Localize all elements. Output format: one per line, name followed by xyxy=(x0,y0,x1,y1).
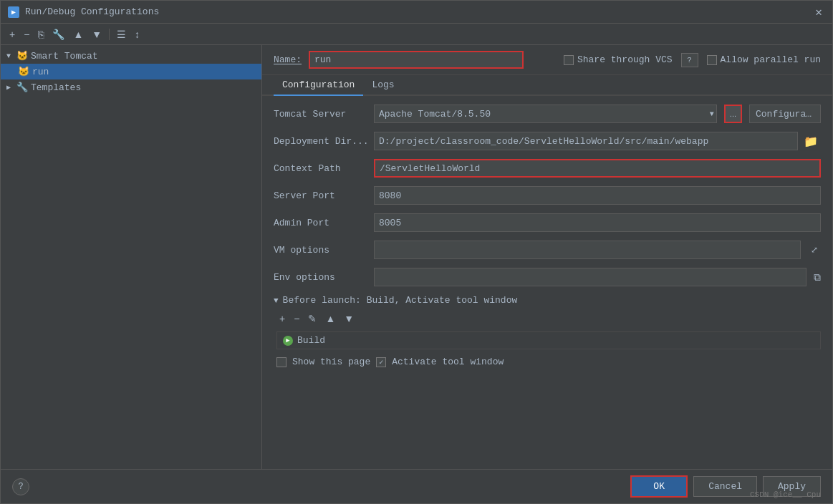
vcs-row: Share through VCS ? Allow parallel run xyxy=(564,53,821,67)
activate-tool-window-label: Activate tool window xyxy=(392,357,504,367)
show-page-label: Show this page xyxy=(292,357,370,367)
copy-config-button[interactable]: ⎘ xyxy=(35,27,47,42)
share-vcs-label: Share through VCS xyxy=(577,54,673,65)
smart-tomcat-icon: 🐱 xyxy=(16,50,28,62)
tabs-row: Configuration Logs xyxy=(262,75,832,96)
close-button[interactable]: ✕ xyxy=(812,5,825,19)
configure-button[interactable]: Configura... xyxy=(749,105,821,123)
tree-item-smart-tomcat[interactable]: ▼ 🐱 Smart Tomcat xyxy=(1,48,261,64)
before-launch-down-button[interactable]: ▼ xyxy=(341,311,357,326)
vm-options-expand-button[interactable]: ⤢ xyxy=(808,245,821,255)
server-port-row: Server Port xyxy=(274,186,821,205)
show-page-checkbox[interactable] xyxy=(276,357,287,367)
parallel-run-checkbox[interactable] xyxy=(707,55,717,65)
env-options-row: Env options ⧉ xyxy=(274,268,821,286)
run-icon: 🐱 xyxy=(18,66,29,77)
templates-label: Templates xyxy=(31,82,81,93)
smart-tomcat-label: Smart Tomcat xyxy=(31,51,98,62)
before-launch-section: ▼ Before launch: Build, Activate tool wi… xyxy=(274,295,821,367)
config-panel: Tomcat Server Apache Tomcat/8.5.50 ▼ ...… xyxy=(262,96,832,469)
settings-config-button[interactable]: 🔧 xyxy=(49,27,67,42)
admin-port-input[interactable] xyxy=(374,213,821,232)
vm-options-input[interactable] xyxy=(374,241,801,259)
parallel-run-label: Allow parallel run xyxy=(721,54,821,65)
tomcat-dots-button[interactable]: ... xyxy=(724,105,742,123)
build-icon: ▶ xyxy=(283,336,293,346)
tomcat-server-label: Tomcat Server xyxy=(274,109,367,120)
remove-config-button[interactable]: − xyxy=(21,27,32,42)
deployment-dir-folder-button[interactable]: 📁 xyxy=(801,135,821,148)
before-launch-label: Before launch: Build, Activate tool wind… xyxy=(283,295,518,306)
title-bar-left: ▶ Run/Debug Configurations xyxy=(8,6,159,18)
toolbar-separator xyxy=(109,29,110,40)
tab-configuration[interactable]: Configuration xyxy=(274,75,363,96)
activate-tool-window-checkbox[interactable] xyxy=(376,357,386,367)
env-options-label: Env options xyxy=(274,272,367,283)
vm-options-label: VM options xyxy=(274,245,367,256)
deployment-dir-input-row: 📁 xyxy=(374,132,821,150)
vcs-help-button[interactable]: ? xyxy=(681,53,698,67)
admin-port-label: Admin Port xyxy=(274,218,367,228)
context-path-row: Context Path xyxy=(274,159,821,178)
wrench-icon: 🔧 xyxy=(16,82,28,93)
deployment-dir-row: Deployment Dir... 📁 xyxy=(274,132,821,150)
add-config-button[interactable]: + xyxy=(6,27,18,42)
before-launch-header: ▼ Before launch: Build, Activate tool wi… xyxy=(274,295,821,306)
before-launch-tools: + − ✎ ▲ ▼ xyxy=(274,311,821,326)
before-launch-collapse-icon[interactable]: ▼ xyxy=(274,296,279,305)
share-vcs-checkbox[interactable] xyxy=(564,55,574,65)
move-down-config-button[interactable]: ▼ xyxy=(89,27,105,42)
run-label: run xyxy=(32,67,49,77)
tree-item-run[interactable]: 🐱 run xyxy=(1,64,261,79)
bottom-bar: ? OK Cancel Apply xyxy=(1,469,832,503)
config-tree: ▼ 🐱 Smart Tomcat 🐱 run ▶ 🔧 Templates xyxy=(1,45,261,469)
tomcat-server-row: Tomcat Server Apache Tomcat/8.5.50 ▼ ...… xyxy=(274,105,821,123)
context-path-input[interactable] xyxy=(374,159,821,178)
dialog-icon: ▶ xyxy=(8,6,19,18)
before-launch-up-button[interactable]: ▲ xyxy=(322,311,338,326)
context-path-label: Context Path xyxy=(274,163,367,174)
move-to-button[interactable]: ☰ xyxy=(114,27,129,42)
run-debug-dialog: ▶ Run/Debug Configurations ✕ + − ⎘ 🔧 ▲ ▼… xyxy=(0,0,833,504)
csdn-label: CSDN @ice__ Cpu xyxy=(750,490,821,499)
deployment-dir-input[interactable] xyxy=(374,132,798,150)
title-bar: ▶ Run/Debug Configurations ✕ xyxy=(1,1,832,24)
vm-options-row: VM options ⤢ xyxy=(274,241,821,259)
show-page-row: Show this page Activate tool window xyxy=(274,357,821,367)
tomcat-server-select-container: Apache Tomcat/8.5.50 ▼ xyxy=(374,105,717,123)
admin-port-row: Admin Port xyxy=(274,213,821,232)
share-vcs-checkbox-wrapper[interactable]: Share through VCS xyxy=(564,54,673,65)
name-field-label: Name: xyxy=(274,54,302,65)
tomcat-server-select[interactable]: Apache Tomcat/8.5.50 xyxy=(374,105,717,123)
cancel-button[interactable]: Cancel xyxy=(693,476,757,497)
main-toolbar: + − ⎘ 🔧 ▲ ▼ ☰ ↕ xyxy=(1,24,832,45)
tree-expand-arrow: ▼ xyxy=(6,52,14,60)
left-panel: ▼ 🐱 Smart Tomcat 🐱 run ▶ 🔧 Templates xyxy=(1,45,262,469)
deployment-dir-label: Deployment Dir... xyxy=(274,136,367,147)
right-panel: Name: Share through VCS ? Allow parallel… xyxy=(262,45,832,469)
before-launch-remove-button[interactable]: − xyxy=(291,311,302,326)
server-port-label: Server Port xyxy=(274,190,367,201)
server-port-input[interactable] xyxy=(374,186,821,205)
build-item: ▶ Build xyxy=(276,331,821,349)
tab-logs[interactable]: Logs xyxy=(363,75,403,96)
dialog-title: Run/Debug Configurations xyxy=(25,6,159,17)
sort-button[interactable]: ↕ xyxy=(132,27,143,42)
parallel-run-checkbox-wrapper[interactable]: Allow parallel run xyxy=(707,54,821,65)
before-launch-edit-button[interactable]: ✎ xyxy=(305,311,319,326)
name-input[interactable] xyxy=(309,51,524,69)
build-label: Build xyxy=(297,335,325,346)
before-launch-add-button[interactable]: + xyxy=(276,311,288,326)
tree-item-templates[interactable]: ▶ 🔧 Templates xyxy=(1,79,261,95)
env-options-input[interactable] xyxy=(374,268,806,286)
name-row: Name: Share through VCS ? Allow parallel… xyxy=(262,45,832,75)
env-options-copy-button[interactable]: ⧉ xyxy=(814,271,821,284)
templates-arrow: ▶ xyxy=(6,83,14,92)
help-button[interactable]: ? xyxy=(12,478,29,495)
ok-button[interactable]: OK xyxy=(630,475,688,498)
move-up-config-button[interactable]: ▲ xyxy=(70,27,86,42)
main-content: ▼ 🐱 Smart Tomcat 🐱 run ▶ 🔧 Templates xyxy=(1,45,832,469)
